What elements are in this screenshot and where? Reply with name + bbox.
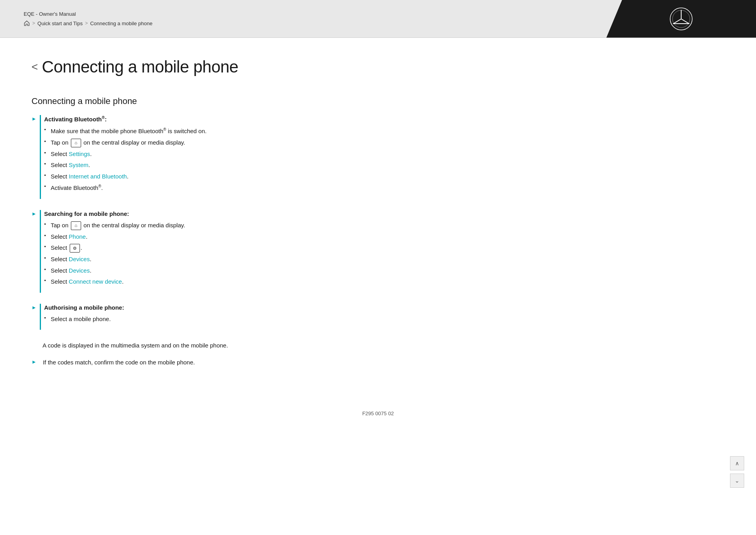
- note-text: A code is displayed in the multimedia sy…: [43, 341, 520, 350]
- bullet-icon: ●: [44, 184, 46, 189]
- phone-link[interactable]: Phone: [69, 233, 86, 240]
- steps-container: ► Activating Bluetooth®: ● Make sure tha…: [32, 115, 520, 367]
- system-link[interactable]: System: [69, 162, 89, 168]
- bullet-icon: ●: [44, 150, 46, 155]
- list-item: ● Select Settings.: [44, 150, 520, 159]
- scroll-up-button[interactable]: ∧: [730, 456, 744, 470]
- list-item: ● Tap on ⌂ on the central display or med…: [44, 221, 520, 230]
- mercedes-logo-area: [606, 0, 756, 38]
- back-button[interactable]: <: [32, 61, 38, 73]
- breadcrumb-separator-1: >: [32, 20, 35, 26]
- step-3-list: ● Select a mobile phone.: [44, 315, 520, 324]
- header-left: EQE - Owner's Manual > Quick start and T…: [24, 11, 152, 26]
- document-title: EQE - Owner's Manual: [24, 11, 152, 17]
- footer-code: F295 0075 02: [362, 411, 394, 416]
- step-1-heading: Activating Bluetooth®:: [44, 115, 520, 123]
- step-final-text: If the codes match, confirm the code on …: [43, 358, 195, 367]
- breadcrumb-separator-2: >: [85, 20, 88, 26]
- devices-link-2[interactable]: Devices: [69, 267, 90, 274]
- mercedes-benz-logo: [669, 7, 693, 31]
- internet-bluetooth-link[interactable]: Internet and Bluetooth: [69, 173, 127, 180]
- list-item: ● Select Phone.: [44, 232, 520, 241]
- list-item: ● Select System.: [44, 161, 520, 170]
- step-2-content: Searching for a mobile phone: ● Tap on ⌂…: [40, 210, 520, 293]
- step-3-content: Authorising a mobile phone: ● Select a m…: [40, 304, 520, 330]
- home-icon[interactable]: [24, 20, 30, 26]
- bullet-icon: ●: [44, 256, 46, 260]
- bullet-icon: ●: [44, 267, 46, 272]
- list-item: ● Select ⚙.: [44, 243, 520, 253]
- bullet-icon: ●: [44, 244, 46, 249]
- step-1-list: ● Make sure that the mobile phone Blueto…: [44, 126, 520, 193]
- page-title: Connecting a mobile phone: [42, 58, 238, 76]
- list-item: ● Select Connect new device.: [44, 277, 520, 286]
- step-final: ► If the codes match, confirm the code o…: [32, 358, 520, 367]
- scroll-controls: ∧ ⌄: [730, 456, 744, 488]
- bullet-icon: ●: [44, 278, 46, 283]
- page-header: EQE - Owner's Manual > Quick start and T…: [0, 0, 756, 38]
- bullet-icon: ●: [44, 139, 46, 144]
- page-footer: F295 0075 02: [0, 399, 756, 424]
- step-1-content: Activating Bluetooth®: ● Make sure that …: [40, 115, 520, 199]
- home-icon-inline-2: ⌂: [71, 221, 81, 230]
- page-title-wrapper: < Connecting a mobile phone: [32, 58, 520, 76]
- bullet-icon: ●: [44, 162, 46, 166]
- step-final-arrow: ►: [32, 359, 37, 365]
- bullet-icon: ●: [44, 222, 46, 227]
- list-item: ● Make sure that the mobile phone Blueto…: [44, 126, 520, 136]
- section-title: Connecting a mobile phone: [32, 96, 520, 106]
- step-arrow-3: ►: [32, 305, 37, 330]
- scroll-down-button[interactable]: ⌄: [730, 474, 744, 488]
- home-icon-inline: ⌂: [71, 139, 81, 147]
- step-2-heading: Searching for a mobile phone:: [44, 210, 520, 217]
- settings-link[interactable]: Settings: [69, 150, 90, 157]
- settings-icon-inline: ⚙: [70, 244, 80, 253]
- list-item: ● Activate Bluetooth®.: [44, 183, 520, 193]
- list-item: ● Select a mobile phone.: [44, 315, 520, 324]
- breadcrumb-connecting-phone: Connecting a mobile phone: [90, 20, 152, 26]
- list-item: ● Tap on ⌂ on the central display or med…: [44, 138, 520, 147]
- step-3-heading: Authorising a mobile phone:: [44, 304, 520, 311]
- breadcrumb-quick-start[interactable]: Quick start and Tips: [37, 20, 83, 26]
- step-arrow-2: ►: [32, 211, 37, 293]
- step-authorising-mobile-phone: ► Authorising a mobile phone: ● Select a…: [32, 304, 520, 330]
- connect-new-device-link[interactable]: Connect new device: [69, 278, 122, 285]
- step-activating-bluetooth: ► Activating Bluetooth®: ● Make sure tha…: [32, 115, 520, 199]
- breadcrumb: > Quick start and Tips > Connecting a mo…: [24, 20, 152, 26]
- step-2-list: ● Tap on ⌂ on the central display or med…: [44, 221, 520, 286]
- step-searching-mobile-phone: ► Searching for a mobile phone: ● Tap on…: [32, 210, 520, 293]
- bullet-icon: ●: [44, 316, 46, 320]
- step-arrow-1: ►: [32, 116, 37, 199]
- bullet-icon: ●: [44, 233, 46, 238]
- main-content: < Connecting a mobile phone Connecting a…: [0, 38, 551, 399]
- bullet-icon: ●: [44, 127, 46, 132]
- devices-link-1[interactable]: Devices: [69, 256, 90, 262]
- bullet-icon: ●: [44, 173, 46, 178]
- list-item: ● Select Internet and Bluetooth.: [44, 172, 520, 181]
- list-item: ● Select Devices.: [44, 255, 520, 264]
- list-item: ● Select Devices.: [44, 266, 520, 275]
